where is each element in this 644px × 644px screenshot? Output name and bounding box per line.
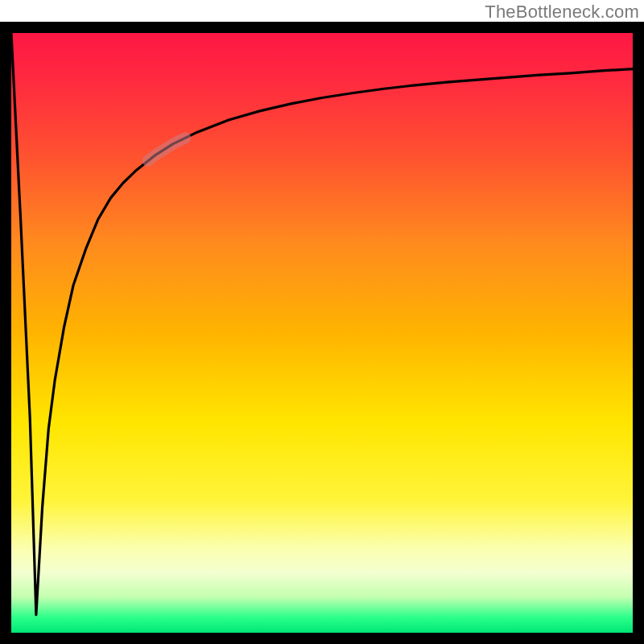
gradient-background — [11, 33, 633, 633]
bottleneck-chart — [0, 0, 644, 644]
chart-stage: TheBottleneck.com — [0, 0, 644, 644]
watermark-text: TheBottleneck.com — [485, 2, 639, 23]
